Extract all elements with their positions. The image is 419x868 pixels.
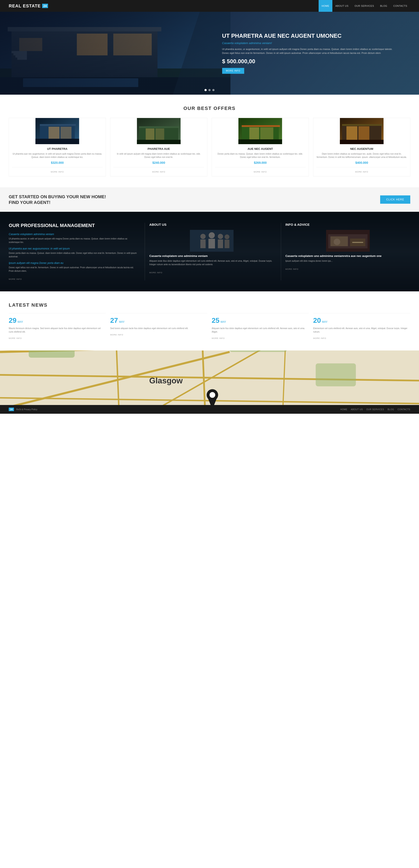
news-month-1: MAY bbox=[18, 320, 23, 323]
svg-rect-63 bbox=[29, 350, 74, 358]
logo-text: REAL ESTATE bbox=[9, 3, 41, 8]
news-item-2: 27 MAY Sed lorem aliquam lacte llus dolo… bbox=[110, 313, 207, 340]
hero-dot-3[interactable] bbox=[212, 89, 214, 91]
offer-price-4: $400.000 bbox=[317, 161, 407, 164]
news-more-1[interactable]: MORE INFO bbox=[9, 337, 22, 339]
svg-rect-34 bbox=[342, 124, 383, 126]
news-divider-2 bbox=[110, 313, 207, 313]
about-us-more[interactable]: MORE INFO bbox=[149, 272, 162, 274]
offer-thumb-3 bbox=[212, 118, 308, 144]
news-more-3[interactable]: MORE INFO bbox=[212, 337, 225, 339]
offer-desc-2: In velit vel ipsum aulyam elit magna dia… bbox=[114, 152, 204, 159]
svg-rect-18 bbox=[61, 127, 71, 140]
news-text-2: Sed lorem aliquam lacte llus dolor dapib… bbox=[110, 327, 207, 330]
best-offers-title: OUR BEST OFFERS bbox=[9, 105, 410, 111]
info-advice-col: INFO & ADVICE Casaerta voluplatem uno ad… bbox=[281, 223, 410, 280]
svg-rect-52 bbox=[352, 242, 363, 243]
news-month-3: MAY bbox=[221, 320, 226, 323]
nav-services[interactable]: OUR SERVICES bbox=[352, 0, 377, 12]
svg-rect-28 bbox=[242, 125, 280, 127]
latest-news-title: LATEST NEWS bbox=[9, 302, 410, 308]
logo-badge: 24 bbox=[42, 4, 48, 8]
hero-subtitle: Casaerta voluplatem adminima veniam! bbox=[222, 42, 398, 45]
svg-text:Glasgow: Glasgow bbox=[149, 376, 183, 385]
about-us-card-text: Aliquam ieste illus dolor dapibus eget e… bbox=[149, 259, 274, 266]
svg-rect-64 bbox=[230, 350, 287, 352]
cta-line2: FIND YOUR AGENT! bbox=[9, 199, 106, 205]
about-us-image bbox=[149, 230, 274, 252]
news-day-4: 20 bbox=[313, 316, 321, 324]
offer-more-4[interactable]: MORE INFO bbox=[355, 171, 368, 173]
hero-more-btn[interactable]: MORE INFO bbox=[222, 68, 244, 74]
news-item-3: 25 MAY Aliquam lacte llus dolor dapibus … bbox=[212, 313, 309, 340]
nav-blog[interactable]: BLOG bbox=[377, 0, 390, 12]
svg-point-39 bbox=[200, 234, 206, 239]
hero-description: Ut pharetra auvice, ur augentumcer, in v… bbox=[222, 48, 398, 55]
offer-more-1[interactable]: MORE INFO bbox=[51, 171, 64, 173]
footer-nav-contacts[interactable]: CONTACTS bbox=[398, 408, 410, 411]
news-grid: 29 MAY Mauris ferresum dictum magna. Sed… bbox=[9, 313, 410, 340]
professional-link-3[interactable]: Ipsum aullyam elit magna Donec porta dia… bbox=[9, 261, 138, 265]
offer-body-3: AUE NEC AUGENT Donec porta diam eu massa… bbox=[212, 144, 308, 176]
offers-grid: UT PHARETRA Ut pharetra aue nec augentum… bbox=[9, 118, 410, 177]
svg-rect-65 bbox=[316, 364, 356, 386]
svg-rect-23 bbox=[146, 128, 154, 141]
offer-desc-3: Donec porta diam eu massa. Quisue. diam … bbox=[215, 152, 305, 159]
news-text-1: Mauris ferresum dictum magna. Sed lorem … bbox=[9, 327, 106, 334]
map-section: Glasgow bbox=[0, 350, 419, 405]
offer-thumb-2 bbox=[111, 118, 207, 144]
offer-more-3[interactable]: MORE INFO bbox=[254, 171, 267, 173]
professional-text-2: Donec porta diam eu massa. Quisue. diam … bbox=[9, 251, 138, 258]
professional-link-1[interactable]: Casaerta voluplatem adminima veniam bbox=[9, 233, 138, 236]
footer-nav-blog[interactable]: BLOG bbox=[388, 408, 394, 411]
svg-point-41 bbox=[209, 232, 215, 238]
news-day-2: 27 bbox=[110, 316, 118, 324]
hero-dot-2[interactable] bbox=[208, 89, 211, 91]
svg-point-45 bbox=[225, 235, 229, 239]
svg-rect-44 bbox=[218, 240, 223, 248]
professional-more[interactable]: MORE INFO bbox=[9, 278, 22, 280]
news-month-2: MAY bbox=[119, 320, 125, 323]
news-day-1: 29 bbox=[9, 316, 17, 324]
svg-rect-35 bbox=[347, 126, 357, 141]
nav-contacts[interactable]: CONTACTS bbox=[390, 0, 410, 12]
cta-banner: GET STARTED ON BUYING YOUR NEW HOME! FIN… bbox=[0, 187, 419, 212]
news-text-4: Elementum vel curis eleifend elit. Aenea… bbox=[313, 327, 410, 334]
professional-link-2[interactable]: Ut pharetra aue nec augusumonce; in veli… bbox=[9, 247, 138, 250]
footer-nav-about[interactable]: ABOUT US bbox=[351, 408, 363, 411]
svg-rect-16 bbox=[40, 124, 76, 126]
footer-left: 24 ReSt & Privacy Policy bbox=[9, 408, 37, 411]
hero-dots bbox=[205, 89, 214, 91]
nav-home[interactable]: HOME bbox=[319, 0, 332, 12]
offer-card-1: UT PHARETRA Ut pharetra aue nec augentum… bbox=[9, 118, 106, 177]
cta-click-here-button[interactable]: CLICK HERE bbox=[380, 195, 410, 204]
hero-content: UT PHARETRA AUE NEC AUGENT UMONEC Casaer… bbox=[222, 32, 398, 74]
svg-rect-24 bbox=[156, 128, 164, 141]
news-date-3: 25 MAY bbox=[212, 316, 309, 324]
svg-rect-25 bbox=[137, 140, 181, 144]
about-us-title: ABOUT US bbox=[149, 223, 274, 226]
offer-name-3: AUE NEC AUGENT bbox=[215, 147, 305, 151]
svg-rect-36 bbox=[359, 126, 369, 141]
footer-nav: HOME ABOUT US OUR SERVICES BLOG CONTACTS bbox=[340, 408, 410, 411]
news-more-2[interactable]: MORE INFO bbox=[110, 334, 123, 336]
news-more-4[interactable]: MORE INFO bbox=[313, 337, 326, 339]
news-text-3: Aliquam lacte llus dolor dapibus eget el… bbox=[212, 327, 309, 334]
svg-point-69 bbox=[210, 392, 215, 398]
info-advice-more[interactable]: MORE INFO bbox=[286, 268, 299, 270]
hero-title: UT PHARETRA AUE NEC AUGENT UMONEC bbox=[222, 32, 398, 39]
about-us-card-title: Casaerta voluplatem uno adminima veniam bbox=[149, 254, 274, 257]
svg-point-51 bbox=[334, 239, 340, 245]
svg-rect-29 bbox=[249, 127, 259, 141]
footer-nav-services[interactable]: OUR SERVICES bbox=[366, 408, 384, 411]
offer-price-2: $240.000 bbox=[114, 161, 204, 164]
best-offers-section: OUR BEST OFFERS bbox=[0, 95, 419, 187]
footer-nav-home[interactable]: HOME bbox=[340, 408, 348, 411]
offer-card-2: PHARETRA AUE In velit vel ipsum aulyam e… bbox=[110, 118, 207, 177]
news-divider-4 bbox=[313, 313, 410, 313]
offer-name-1: UT PHARETRA bbox=[12, 147, 102, 151]
hero-section: UT PHARETRA AUE NEC AUGENT UMONEC Casaer… bbox=[0, 12, 419, 95]
nav-about[interactable]: ABOUT US bbox=[332, 0, 352, 12]
offer-more-2[interactable]: MORE INFO bbox=[152, 171, 166, 173]
hero-dot-1[interactable] bbox=[205, 89, 207, 91]
